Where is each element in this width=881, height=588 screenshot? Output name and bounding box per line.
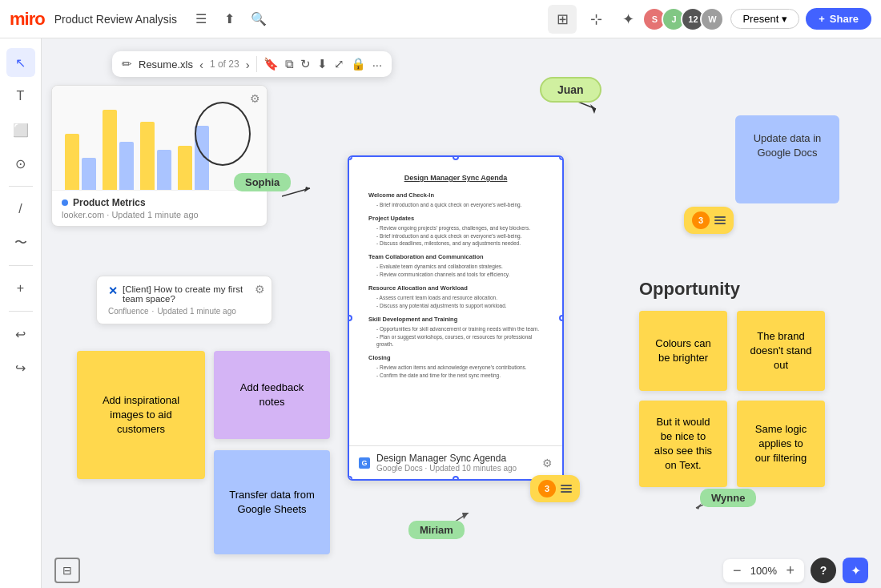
doc-bullet-3: - Brief introduction and a quick check o… bbox=[376, 232, 543, 240]
topbar-icons: ☰ ⬆ 🔍 bbox=[190, 8, 270, 30]
wynne-label: Wynne bbox=[700, 489, 756, 507]
tool-select[interactable]: ↖ bbox=[6, 48, 35, 77]
present-button[interactable]: Present ▾ bbox=[730, 9, 799, 29]
badge-bubble-1: 3 bbox=[684, 207, 734, 234]
tool-draw[interactable]: 〜 bbox=[6, 228, 35, 257]
sticky-text-note[interactable]: But it would be nice to also see this on… bbox=[639, 401, 727, 487]
sticky-feedback[interactable]: Add feedback notes bbox=[214, 351, 330, 439]
toolbar-next-icon[interactable]: › bbox=[246, 58, 250, 71]
badge-count-2: 3 bbox=[538, 480, 556, 497]
tool-shape[interactable]: ⊙ bbox=[6, 149, 35, 178]
toolbar-lock-icon[interactable]: 🔒 bbox=[351, 57, 366, 71]
sticky-colours[interactable]: Colours can be brighter bbox=[639, 311, 727, 391]
toolbar-bookmark-icon[interactable]: 🔖 bbox=[263, 57, 279, 71]
help-button[interactable]: ? bbox=[811, 558, 836, 583]
tool-text[interactable]: T bbox=[6, 82, 35, 111]
confluence-subtitle: Confluence · Updated 1 minute ago bbox=[108, 307, 260, 316]
sticky-logic[interactable]: Same logic applies to our filtering bbox=[737, 401, 825, 487]
card-settings-icon[interactable]: ⚙ bbox=[250, 92, 260, 105]
menu-icon[interactable]: ☰ bbox=[190, 8, 212, 30]
update-card[interactable]: Update data in Google Docs bbox=[735, 115, 839, 203]
badge-lines-1 bbox=[714, 216, 726, 224]
doc-bullet-2: - Review ongoing projects' progress, cha… bbox=[376, 224, 543, 232]
tool-add[interactable]: + bbox=[6, 274, 35, 303]
app-title: Product Review Analysis bbox=[54, 13, 177, 26]
confluence-card: ✕ [Client] How to create my first team s… bbox=[96, 276, 272, 324]
zoom-in-button[interactable]: + bbox=[786, 562, 795, 579]
cursor-button[interactable]: ⊹ bbox=[583, 6, 609, 32]
doc-bullet-12: - Confirm the date and time for the next… bbox=[376, 372, 543, 380]
toolbar-more-icon[interactable]: ··· bbox=[372, 58, 383, 71]
zoom-percent: 100% bbox=[747, 565, 779, 577]
document-preview: Design Manager Sync Agenda Welcome and C… bbox=[348, 155, 564, 481]
board-toggle-button[interactable]: ⊟ bbox=[54, 558, 80, 583]
search-icon[interactable]: 🔍 bbox=[247, 8, 270, 30]
toolbar-refresh-icon[interactable]: ↻ bbox=[300, 57, 311, 71]
chart-area bbox=[52, 86, 267, 190]
bar-group-3 bbox=[140, 122, 171, 190]
badge-lines-2 bbox=[561, 485, 572, 493]
toolbar-divider bbox=[256, 56, 257, 72]
doc-section-project: Project Updates bbox=[368, 214, 543, 223]
sophia-label: Sophia bbox=[234, 173, 291, 191]
toolbar-download-icon[interactable]: ⬇ bbox=[317, 57, 328, 71]
confluence-settings-icon[interactable]: ⚙ bbox=[255, 283, 265, 296]
doc-bullet-1: - Brief introduction and a quick check o… bbox=[376, 201, 543, 209]
doc-bullet-8: - Discuss any potential adjustments to s… bbox=[376, 302, 543, 310]
bar-group-2 bbox=[103, 110, 134, 190]
floating-toolbar: ✏ Resume.xls ‹ 1 of 23 › 🔖 ⧉ ↻ ⬇ ⤢ 🔒 ··· bbox=[112, 51, 392, 77]
bar-blue-3 bbox=[157, 150, 171, 190]
sticky-google-sheets[interactable]: Transfer data from Google Sheets bbox=[214, 450, 330, 554]
doc-section-welcome: Welcome and Check-In bbox=[368, 191, 543, 199]
zoom-out-button[interactable]: − bbox=[733, 562, 742, 579]
toolbar-filename: Resume.xls bbox=[139, 58, 193, 70]
toolbar-external-icon[interactable]: ⤢ bbox=[334, 57, 344, 71]
opportunity-label: Opportunity bbox=[639, 279, 740, 300]
sticky-add-images[interactable]: Add inspirational images to aid customer… bbox=[77, 351, 205, 479]
bar-blue-4 bbox=[195, 126, 209, 190]
doc-section-resource: Resource Allocation and Workload bbox=[368, 284, 543, 292]
tool-redo[interactable]: ↪ bbox=[6, 353, 35, 382]
tool-note[interactable]: ⬜ bbox=[6, 115, 35, 144]
sticky-brand[interactable]: The brand doesn't stand out bbox=[737, 311, 825, 391]
grid-button[interactable]: ⊞ bbox=[548, 5, 577, 34]
doc-inner: Design Manager Sync Agenda Welcome and C… bbox=[349, 157, 562, 445]
bar-blue-2 bbox=[119, 142, 134, 190]
bar-group-1 bbox=[65, 134, 96, 190]
svg-marker-3 bbox=[590, 104, 596, 114]
tool-pen[interactable]: / bbox=[6, 195, 35, 224]
toolbar-copy-icon[interactable]: ⧉ bbox=[285, 57, 294, 71]
sidebar-divider bbox=[9, 186, 33, 187]
handle-bl[interactable] bbox=[348, 476, 352, 481]
card-footer: Product Metrics looker.com · Updated 1 m… bbox=[52, 190, 267, 226]
sparkle-button[interactable]: ✦ bbox=[615, 6, 641, 32]
doc-footer-sub: Google Docs · Updated 10 minutes ago bbox=[376, 464, 517, 473]
doc-footer: G Design Manager Sync Agenda Google Docs… bbox=[349, 445, 562, 479]
card-subtitle: looker.com · Updated 1 minute ago bbox=[62, 210, 257, 219]
bar-yellow-4 bbox=[178, 146, 192, 190]
tool-undo[interactable]: ↩ bbox=[6, 320, 35, 348]
doc-title: Design Manager Sync Agenda bbox=[368, 173, 543, 184]
looker-dot bbox=[62, 199, 68, 206]
canvas: ✏ Resume.xls ‹ 1 of 23 › 🔖 ⧉ ↻ ⬇ ⤢ 🔒 ··· bbox=[42, 38, 881, 588]
export-icon[interactable]: ⬆ bbox=[219, 8, 241, 30]
doc-settings-icon[interactable]: ⚙ bbox=[542, 457, 553, 469]
doc-bullet-7: - Assess current team loads and resource… bbox=[376, 294, 543, 302]
doc-bullet-9: - Opportunities for skill advancement or… bbox=[376, 325, 543, 333]
doc-section-closing: Closing bbox=[368, 353, 543, 362]
svg-marker-1 bbox=[304, 187, 310, 192]
handle-tr[interactable] bbox=[559, 155, 564, 160]
sidebar: ↖ T ⬜ ⊙ / 〜 + ↩ ↪ bbox=[0, 38, 42, 588]
toolbar-prev-icon[interactable]: ‹ bbox=[199, 58, 203, 71]
plugin-button[interactable]: ✦ bbox=[843, 558, 868, 583]
doc-bullet-10: - Plan or suggest workshops, courses, or… bbox=[376, 333, 543, 349]
zoom-controls: − 100% + bbox=[723, 559, 804, 582]
handle-bc[interactable] bbox=[453, 476, 459, 481]
avatars-group: S J 12 W bbox=[647, 7, 724, 31]
share-button[interactable]: + Share bbox=[806, 8, 871, 30]
doc-bullet-4: - Discuss deadlines, milestones, and any… bbox=[376, 240, 543, 248]
card-title: Product Metrics bbox=[62, 197, 257, 208]
bar-blue-1 bbox=[82, 158, 96, 190]
handle-mr[interactable] bbox=[559, 315, 564, 321]
toolbar-pen-icon[interactable]: ✏ bbox=[122, 57, 132, 71]
